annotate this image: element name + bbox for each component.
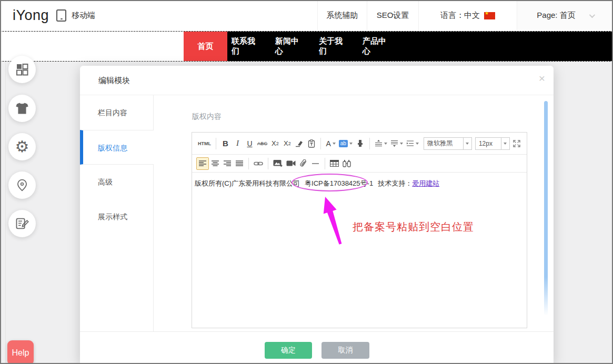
- location-pin-icon: [15, 178, 29, 192]
- theme-button[interactable]: [8, 95, 36, 122]
- superscript-base: X: [272, 139, 276, 147]
- support-label: 技术支持：: [378, 179, 412, 187]
- subscript-button[interactable]: X2: [281, 137, 293, 150]
- strikethrough-button[interactable]: ABC: [256, 137, 269, 150]
- insert-table-button[interactable]: [328, 157, 340, 170]
- menu-seo-settings[interactable]: SEO设置: [367, 1, 418, 30]
- tab-advanced[interactable]: 高级: [80, 165, 153, 199]
- brush-icon: [357, 139, 364, 147]
- caret-down-icon: [349, 143, 353, 145]
- highlight-chip: ab: [339, 140, 348, 147]
- insert-link-button[interactable]: [252, 157, 265, 170]
- close-icon[interactable]: ×: [539, 73, 545, 84]
- align-justify-button[interactable]: [233, 157, 245, 170]
- toolbar-separator: [248, 158, 249, 169]
- fullscreen-button[interactable]: [510, 137, 522, 150]
- editor-toolbar-row1: HTML B I U ABC X2 X2: [192, 133, 527, 155]
- highlight-color-button[interactable]: ab: [337, 137, 354, 150]
- align-left-button[interactable]: [196, 157, 209, 170]
- attach-file-button[interactable]: [297, 157, 309, 170]
- top-header: iYong 移动端 系统辅助 SEO设置 语言：中文 Page: 首页: [1, 1, 612, 31]
- table-icon: [330, 160, 339, 167]
- help-button[interactable]: Help: [7, 340, 34, 364]
- format-brush-button[interactable]: [354, 137, 366, 150]
- dialog-scrollbar[interactable]: [544, 101, 548, 316]
- font-size-select[interactable]: 12px: [475, 137, 510, 150]
- dialog-title: 编辑模块: [98, 66, 130, 95]
- icp-number-text: 粤ICP备17038425号-1: [305, 179, 373, 187]
- insert-video-button[interactable]: [285, 157, 297, 170]
- menu-system-assist[interactable]: 系统辅助: [317, 1, 367, 30]
- html-source-button[interactable]: HTML: [196, 137, 213, 150]
- format-eraser-button[interactable]: [293, 137, 305, 150]
- tab-display-style[interactable]: 展示样式: [80, 199, 153, 234]
- insert-image-button[interactable]: [272, 157, 285, 170]
- edit-content-button[interactable]: [8, 210, 36, 237]
- align-right-icon: [224, 160, 231, 167]
- dialog-body: 栏目内容 版权信息 高级 展示样式 版权内容 HTML B I U ABC: [80, 95, 554, 331]
- nav-item-contact[interactable]: 联系我们: [232, 32, 262, 61]
- settings-button[interactable]: ⚙: [8, 133, 36, 160]
- nav-item-about[interactable]: 关于我们: [319, 32, 349, 61]
- select-arrow: [501, 138, 509, 149]
- editor-content-area[interactable]: 版权所有(C)广东爱用科技有限公司粤ICP备17038425号-1技术支持：爱用…: [192, 173, 527, 195]
- caret-down-icon: [400, 143, 403, 145]
- nav-item-products[interactable]: 产品中心: [363, 32, 393, 61]
- mobile-preview-button[interactable]: 移动端: [56, 1, 95, 30]
- link-icon: [254, 160, 263, 167]
- horizontal-rule-button[interactable]: [309, 157, 321, 170]
- indent-button[interactable]: [405, 137, 420, 150]
- align-right-button[interactable]: [221, 157, 233, 170]
- nav-item-news[interactable]: 新闻中心: [275, 32, 306, 61]
- toolbar-separator: [216, 138, 216, 149]
- italic-button[interactable]: I: [232, 137, 244, 150]
- superscript-button[interactable]: X2: [269, 137, 281, 150]
- align-center-button[interactable]: [209, 157, 221, 170]
- dialog-content: 版权内容 HTML B I U ABC X2 X2: [154, 95, 554, 331]
- page-selector[interactable]: Page: 首页: [517, 1, 613, 30]
- language-label: 语言：中文: [440, 11, 480, 21]
- font-color-button[interactable]: A: [324, 137, 337, 150]
- dialog-footer: 确定 取消: [80, 331, 554, 363]
- tab-copyright-info[interactable]: 版权信息: [80, 130, 154, 165]
- eraser-icon: [295, 140, 303, 147]
- align-center-icon: [212, 160, 219, 167]
- tab-column-content[interactable]: 栏目内容: [80, 95, 153, 130]
- line-height-icon: [375, 140, 383, 147]
- font-family-select[interactable]: 微软雅黑: [424, 137, 472, 150]
- nav-item-home[interactable]: 首页: [184, 32, 227, 61]
- tablet-icon: [56, 9, 66, 22]
- paperclip-icon: [300, 159, 307, 167]
- fullscreen-icon: [513, 140, 520, 147]
- caret-down-icon: [333, 143, 336, 145]
- font-color-glyph: A: [326, 139, 330, 148]
- copyright-content-label: 版权内容: [192, 112, 222, 122]
- toolbar-separator: [320, 138, 321, 149]
- indent-icon: [406, 140, 414, 147]
- china-flag-icon: [484, 12, 495, 19]
- modules-button[interactable]: [8, 56, 36, 83]
- bold-button[interactable]: B: [219, 137, 232, 150]
- paste-button[interactable]: [305, 137, 317, 150]
- underline-button[interactable]: U: [244, 137, 256, 150]
- cancel-button[interactable]: 取消: [321, 342, 369, 359]
- location-button[interactable]: [8, 171, 36, 199]
- mobile-label: 移动端: [72, 11, 95, 21]
- gear-icon: ⚙: [15, 139, 29, 155]
- confirm-button[interactable]: 确定: [265, 342, 312, 359]
- superscript-exp: 2: [276, 141, 279, 146]
- paragraph-spacing-button[interactable]: [389, 137, 405, 150]
- paragraph-spacing-icon: [390, 140, 398, 147]
- video-icon: [286, 160, 296, 167]
- toolbar-separator: [369, 138, 370, 149]
- line-height-button[interactable]: [373, 137, 389, 150]
- toolbar-separator: [325, 158, 325, 169]
- find-replace-button[interactable]: [340, 157, 353, 170]
- support-link[interactable]: 爱用建站: [412, 179, 439, 187]
- nav-left-spacer: [1, 32, 184, 61]
- menu-language[interactable]: 语言：中文: [418, 1, 517, 30]
- edit-module-dialog: 编辑模块 × 栏目内容 版权信息 高级 展示样式 版权内容 HTML B I: [80, 66, 554, 363]
- site-nav: 首页 联系我们 新闻中心 关于我们 产品中心: [1, 31, 612, 62]
- grid-icon: [15, 63, 29, 76]
- compose-icon: [15, 216, 29, 231]
